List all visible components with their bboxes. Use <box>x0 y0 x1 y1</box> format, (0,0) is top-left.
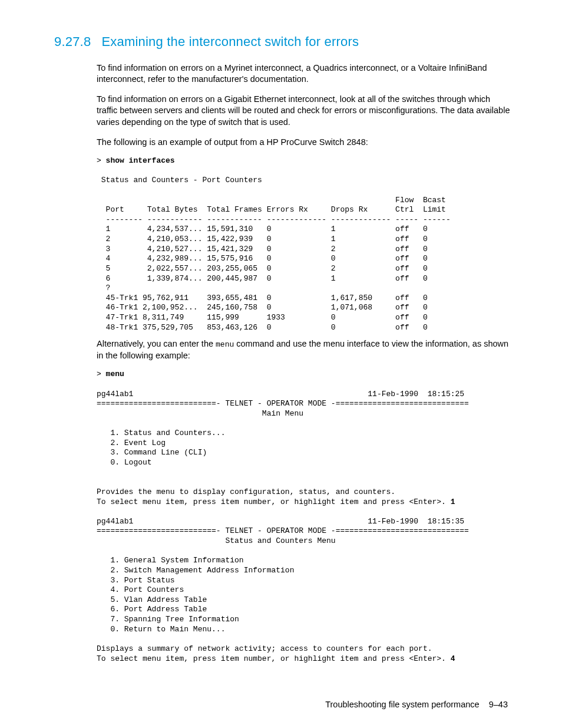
prompt: > <box>97 156 106 165</box>
paragraph: Alternatively, you can enter the menu co… <box>97 338 510 361</box>
footer-page-number: 9–43 <box>489 700 508 709</box>
section-number: 9.27.8 <box>54 33 91 51</box>
inline-code: menu <box>216 340 234 349</box>
paragraph: The following is an example of output fr… <box>97 137 510 149</box>
command-output: Status and Counters - Port Counters Flow… <box>97 176 451 331</box>
menu-output-status: pg44lab1 11-Feb-1990 18:15:35 ==========… <box>97 517 469 663</box>
code-block-menu: > menu pg44lab1 11-Feb-1990 18:15:25 ===… <box>97 370 510 664</box>
footer-title: Troubleshooting file system performance <box>325 700 479 709</box>
prompt: > <box>97 370 106 378</box>
section-title: Examining the interconnect switch for er… <box>101 34 359 49</box>
section-heading: 9.27.8Examining the interconnect switch … <box>54 33 510 51</box>
paragraph: To find information on errors on a Myrin… <box>97 62 510 85</box>
command: show interfaces <box>106 156 175 165</box>
user-input: 4 <box>451 654 455 663</box>
user-input: 1 <box>451 498 455 506</box>
command: menu <box>106 370 124 378</box>
text: Alternatively, you can enter the <box>97 339 216 348</box>
menu-output-main: pg44lab1 11-Feb-1990 18:15:25 ==========… <box>97 390 469 506</box>
code-block-show-interfaces: > show interfaces Status and Counters - … <box>97 156 510 332</box>
page-footer: Troubleshooting file system performance … <box>57 699 510 711</box>
paragraph: To find information on errors on a Gigab… <box>97 94 510 129</box>
